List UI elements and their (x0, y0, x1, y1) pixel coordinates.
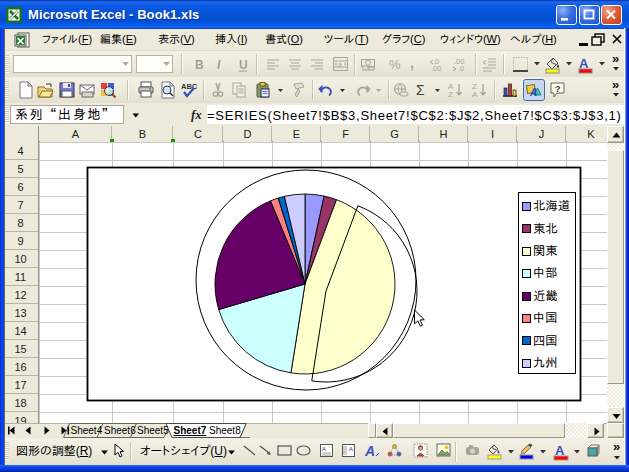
svg-text:A: A (364, 444, 375, 458)
svg-text:A: A (349, 446, 353, 452)
svg-text:A: A (555, 444, 565, 457)
svg-text:A: A (322, 446, 326, 452)
svg-text:»: » (613, 440, 620, 453)
